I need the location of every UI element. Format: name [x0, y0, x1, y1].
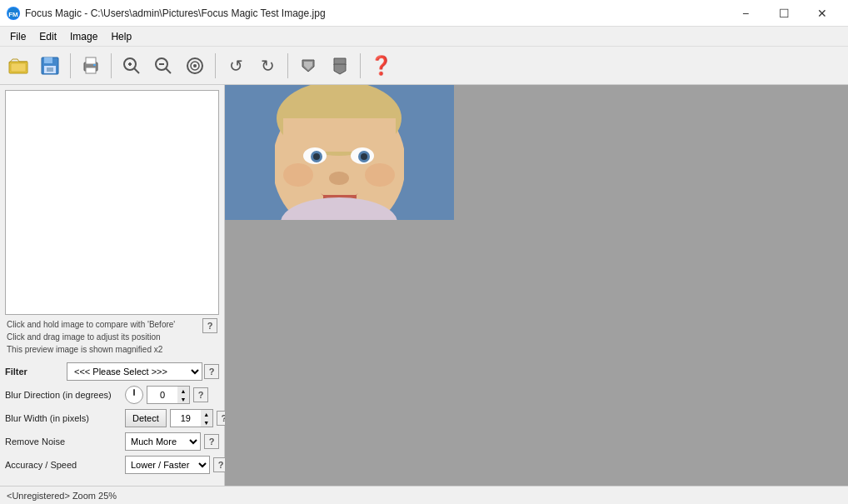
close-button[interactable]: ✕ — [803, 0, 841, 27]
remove-noise-controls: Much More More Normal Less Much Less Non… — [125, 432, 219, 451]
filter-help-button[interactable]: ? — [204, 364, 219, 379]
main-image — [225, 85, 454, 220]
svg-rect-10 — [86, 67, 96, 73]
filter-label: Filter — [5, 367, 63, 377]
svg-rect-9 — [86, 57, 96, 64]
accuracy-speed-label: Accuracy / Speed — [5, 460, 122, 470]
blur-direction-spinner: ▲ ▼ — [177, 387, 189, 403]
main-area: Click and hold image to compare with 'Be… — [0, 85, 848, 486]
menu-help[interactable]: Help — [104, 29, 138, 44]
app-icon: FM — [7, 7, 20, 20]
menubar: File Edit Image Help — [0, 27, 848, 47]
toolbar-separator-1 — [70, 53, 71, 78]
blur-width-label: Blur Width (in pixels) — [5, 413, 122, 423]
redo-button[interactable]: ↻ — [252, 51, 282, 81]
preview-area[interactable] — [5, 90, 219, 315]
compass-hand — [133, 389, 135, 396]
open-button[interactable] — [3, 51, 33, 81]
accuracy-speed-row: Accuracy / Speed Lower / Faster Normal H… — [5, 456, 219, 474]
zoom-in-button[interactable] — [117, 51, 147, 81]
blur-direction-label: Blur Direction (in degrees) — [5, 390, 122, 400]
filter-section: Filter <<< Please Select >>> Motion Blur… — [0, 359, 224, 486]
window-title: Focus Magic - C:\Users\admin\Pictures\Fo… — [25, 7, 326, 19]
blur-width-controls: Detect ▲ ▼ ? — [125, 409, 232, 427]
preview-info: Click and hold image to compare with 'Be… — [0, 315, 224, 359]
undo-button[interactable]: ↺ — [221, 51, 251, 81]
toolbar-separator-2 — [111, 53, 112, 78]
blur-width-row: Blur Width (in pixels) Detect ▲ ▼ ? — [5, 409, 219, 427]
status-text: <Unregistered> Zoom 25% — [7, 491, 117, 501]
accuracy-speed-controls: Lower / Faster Normal Higher / Slower ? — [125, 456, 228, 474]
remove-noise-select[interactable]: Much More More Normal Less Much Less Non… — [125, 432, 201, 451]
preview-info-line2: Click and drag image to adjust its posit… — [7, 331, 199, 343]
svg-rect-43 — [225, 85, 454, 220]
zoom-out-button[interactable] — [148, 51, 178, 81]
titlebar-left: FM Focus Magic - C:\Users\admin\Pictures… — [7, 7, 326, 20]
blur-direction-row: Blur Direction (in degrees) ▲ ▼ ? — [5, 386, 219, 404]
toolbar-separator-5 — [360, 53, 361, 78]
zoom-fit-button[interactable] — [180, 51, 210, 81]
preview-info-line1: Click and hold image to compare with 'Be… — [7, 318, 199, 331]
toolbar-separator-3 — [215, 53, 216, 78]
minimize-button[interactable]: − — [726, 0, 765, 27]
image-container — [225, 85, 454, 222]
window-controls: − ☐ ✕ — [726, 0, 841, 27]
svg-rect-3 — [11, 63, 26, 72]
svg-line-15 — [134, 68, 139, 73]
preview-info-line3: This preview image is shown magnified x2 — [7, 343, 199, 356]
detect-button[interactable]: Detect — [125, 409, 167, 427]
svg-rect-5 — [44, 57, 52, 63]
save-button[interactable] — [35, 51, 65, 81]
blur-direction-down[interactable]: ▼ — [177, 395, 189, 403]
svg-rect-7 — [47, 67, 53, 72]
filter-dropdown-group: <<< Please Select >>> Motion Blur Out of… — [67, 362, 219, 381]
canvas-area[interactable] — [225, 85, 848, 486]
accuracy-speed-select[interactable]: Lower / Faster Normal Higher / Slower — [125, 456, 210, 474]
print-button[interactable] — [76, 51, 106, 81]
remove-noise-help-button[interactable]: ? — [204, 434, 219, 449]
blur-direction-controls: ▲ ▼ ? — [125, 386, 219, 404]
help-button[interactable]: ❓ — [366, 51, 396, 81]
preview-help-button[interactable]: ? — [202, 318, 217, 333]
maximize-button[interactable]: ☐ — [765, 0, 803, 27]
menu-file[interactable]: File — [3, 29, 32, 44]
svg-marker-25 — [334, 64, 346, 74]
blur-width-down[interactable]: ▼ — [201, 418, 212, 427]
svg-text:FM: FM — [8, 11, 18, 18]
toolbar-separator-4 — [287, 53, 288, 78]
blur-direction-up[interactable]: ▲ — [177, 387, 189, 395]
blur-width-input-wrap: ▲ ▼ — [170, 409, 213, 427]
blur-direction-input-wrap: ▲ ▼ — [147, 386, 190, 404]
apply-button[interactable] — [293, 51, 323, 81]
svg-point-21 — [193, 64, 197, 67]
blur-direction-compass[interactable] — [125, 386, 143, 404]
blur-width-up[interactable]: ▲ — [201, 410, 212, 418]
svg-line-18 — [166, 68, 171, 73]
blur-width-input[interactable] — [171, 410, 201, 427]
menu-edit[interactable]: Edit — [32, 29, 63, 44]
menu-image[interactable]: Image — [63, 29, 104, 44]
filter-select[interactable]: <<< Please Select >>> Motion Blur Out of… — [67, 362, 202, 381]
blur-direction-help-button[interactable]: ? — [193, 387, 208, 402]
blur-direction-input[interactable] — [147, 387, 177, 403]
preview-info-text: Click and hold image to compare with 'Be… — [7, 318, 199, 356]
blur-width-spinner: ▲ ▼ — [201, 410, 212, 427]
left-panel: Click and hold image to compare with 'Be… — [0, 85, 225, 486]
titlebar: FM Focus Magic - C:\Users\admin\Pictures… — [0, 0, 848, 27]
toolbar: ↺ ↻ ❓ — [0, 47, 848, 85]
apply-all-button[interactable] — [325, 51, 355, 81]
statusbar: <Unregistered> Zoom 25% — [0, 486, 848, 504]
filter-row: Filter <<< Please Select >>> Motion Blur… — [5, 362, 219, 381]
remove-noise-row: Remove Noise Much More More Normal Less … — [5, 432, 219, 451]
svg-rect-11 — [93, 64, 96, 66]
remove-noise-label: Remove Noise — [5, 437, 122, 447]
